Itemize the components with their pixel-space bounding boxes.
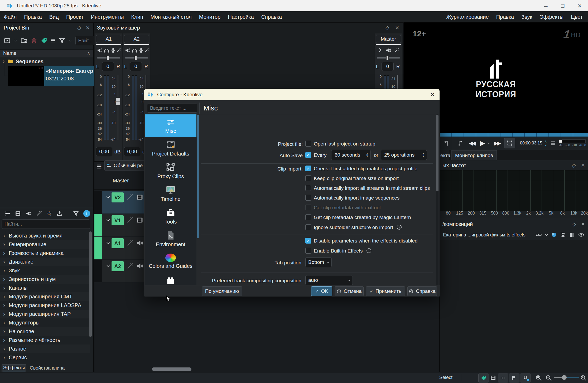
expander-icon[interactable]: ›: [3, 59, 4, 64]
auto-images-checkbox[interactable]: [305, 195, 311, 201]
expander-icon[interactable]: ›: [3, 303, 5, 308]
audio-effects-icon[interactable]: [25, 210, 32, 217]
track-effects-icon[interactable]: [126, 262, 134, 270]
download-effects-icon[interactable]: [56, 210, 63, 217]
sidebar-item-proxy-clips[interactable]: Proxy Clips: [145, 160, 196, 182]
close-panel-icon[interactable]: ×: [581, 162, 585, 168]
collapse-chevron-icon[interactable]: [104, 194, 112, 200]
apply-button[interactable]: ✓Применить: [366, 286, 405, 296]
create-folder-button[interactable]: [21, 37, 27, 44]
bin-menu-icon[interactable]: ≡: [51, 37, 55, 45]
expander-icon[interactable]: ›: [3, 259, 5, 265]
collapse-chevron-icon[interactable]: [104, 240, 112, 246]
track-badge[interactable]: V2: [112, 192, 124, 202]
project-monitor-tab[interactable]: екта: [440, 150, 449, 161]
effects-category[interactable]: ›Модули расширения LADSPA: [0, 301, 90, 310]
expander-icon[interactable]: ›: [3, 285, 5, 291]
info-icon[interactable]: [366, 248, 372, 254]
track-badge[interactable]: A1: [112, 238, 124, 248]
effects-category[interactable]: ›Генерирование: [0, 240, 90, 249]
balance-value[interactable]: 0: [102, 62, 114, 71]
zone-end-icon[interactable]: [456, 140, 463, 147]
effects-category[interactable]: ›Разное: [0, 345, 90, 353]
sort-ascending-icon[interactable]: ∧: [87, 51, 90, 55]
volume-fader-track[interactable]: [118, 75, 118, 140]
close-panel-icon[interactable]: ×: [395, 25, 399, 31]
track-effects-icon[interactable]: [126, 193, 134, 201]
tag-tool-button[interactable]: [478, 374, 489, 382]
timecode-spin-down-icon[interactable]: ∨: [544, 143, 547, 147]
keep-size-checkbox[interactable]: [305, 175, 311, 181]
play-dropdown-icon[interactable]: [487, 141, 491, 145]
layout-color[interactable]: Цвет: [567, 11, 586, 22]
expander-icon[interactable]: ›: [3, 346, 5, 352]
mute-icon[interactable]: [385, 47, 392, 54]
layout-effects[interactable]: Эффекты: [536, 11, 567, 22]
close-panel-icon[interactable]: ×: [581, 221, 585, 227]
zone-start-icon[interactable]: [444, 140, 450, 147]
compare-columns-icon[interactable]: [569, 232, 575, 238]
effects-info-icon[interactable]: i: [83, 210, 90, 217]
zoom-in-icon[interactable]: [580, 375, 587, 381]
clip-properties-tab[interactable]: Свойства клипа: [27, 364, 67, 372]
collapse-chevron-icon[interactable]: [104, 263, 112, 269]
monitor-menu-icon[interactable]: ≡: [551, 139, 556, 147]
monitor-ruler[interactable]: [440, 133, 588, 137]
zoom-slider-handle[interactable]: [562, 375, 567, 380]
track-active-bar[interactable]: [94, 214, 102, 236]
channel-tab[interactable]: Master: [376, 35, 401, 43]
mute-icon[interactable]: [124, 47, 131, 54]
bin-clip-row[interactable]: 1HD «Империя- Екатер 03:21:20:08: [0, 65, 93, 86]
chevron-down-icon[interactable]: [544, 233, 548, 237]
sidebar-scrollbar[interactable]: [197, 115, 199, 238]
builtin-effects-checkbox[interactable]: [305, 248, 311, 254]
mute-icon[interactable]: [97, 47, 103, 54]
track-active-bar[interactable]: [94, 191, 102, 214]
clip-monitor-tab[interactable]: Монитор клипов: [451, 150, 497, 161]
dialog-scrollbar[interactable]: [436, 114, 438, 286]
effects-category[interactable]: ›На основе: [0, 327, 90, 336]
zoom-out-icon[interactable]: [545, 375, 552, 381]
save-preset-icon[interactable]: [560, 232, 566, 238]
video-effects-icon[interactable]: [15, 210, 21, 217]
track-badge[interactable]: A2: [112, 261, 124, 271]
expander-icon[interactable]: ›: [3, 355, 5, 361]
defaults-button[interactable]: По умолчанию: [202, 286, 242, 296]
effects-filter-icon[interactable]: [73, 210, 79, 217]
effects-category[interactable]: ›Размытие и чёткость: [0, 336, 90, 345]
expander-icon[interactable]: ›: [3, 242, 5, 248]
effects-category[interactable]: ›Модули расширения TAP: [0, 310, 90, 318]
tag-button[interactable]: [41, 37, 47, 44]
dialog-close-icon[interactable]: ×: [430, 91, 435, 99]
float-panel-icon[interactable]: ◇: [572, 221, 576, 227]
delete-button[interactable]: [31, 37, 37, 44]
effects-wand-icon[interactable]: [116, 47, 122, 54]
pan-slider-handle[interactable]: [107, 55, 109, 60]
snap-magnet-button[interactable]: [520, 374, 531, 382]
float-panel-icon[interactable]: ◇: [385, 25, 389, 30]
audio-thumbnails-button[interactable]: [498, 374, 508, 382]
window-titlebar[interactable]: Untitled */ HD 1080p 25 fps - Kdenlive –…: [0, 0, 588, 11]
effects-category[interactable]: ›Каналы: [0, 284, 90, 292]
expander-icon[interactable]: ›: [3, 268, 5, 274]
check-profile-checkbox[interactable]: ✓: [305, 166, 311, 171]
effects-category[interactable]: ›Высота звука и время: [0, 231, 90, 240]
bin-name-header[interactable]: Name ∧: [0, 49, 93, 57]
sphere-icon[interactable]: [551, 232, 557, 238]
float-panel-icon[interactable]: ◇: [77, 25, 81, 30]
menu-monitor[interactable]: Монитор: [195, 11, 224, 22]
layout-audio[interactable]: Звук: [518, 11, 536, 22]
effects-category[interactable]: ›Зернистость и шум: [0, 275, 90, 284]
sidebar-item-colors-guides[interactable]: Colors and Guides: [145, 250, 196, 273]
play-icon[interactable]: ▶: [480, 140, 485, 146]
cancel-button[interactable]: Отмена: [335, 286, 364, 296]
auto-streams-checkbox[interactable]: [305, 185, 311, 191]
expand-icon[interactable]: [377, 47, 383, 53]
rewind-icon[interactable]: ◀◀: [469, 140, 475, 146]
expander-icon[interactable]: ›: [3, 337, 5, 343]
magic-lantern-checkbox[interactable]: [305, 214, 311, 220]
balance-value[interactable]: 0: [382, 62, 394, 71]
zoom-fit-icon[interactable]: [535, 375, 542, 381]
record-mic-icon[interactable]: [110, 47, 116, 54]
layout-logging[interactable]: Журналирование: [442, 11, 492, 22]
